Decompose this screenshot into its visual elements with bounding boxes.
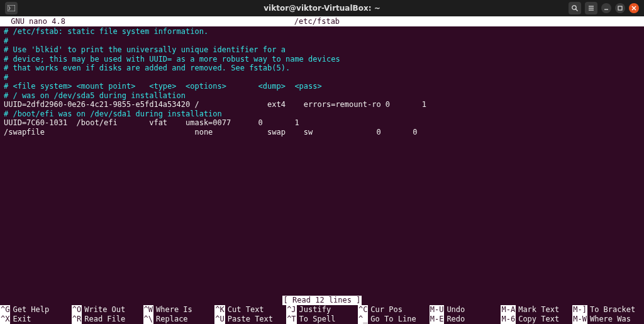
shortcut-label: To Bracket bbox=[587, 305, 635, 315]
svg-point-1 bbox=[572, 6, 576, 9]
window-title: viktor@viktor-VirtualBox: ~ bbox=[0, 0, 644, 16]
shortcut-cut-text: ^KCut Text bbox=[214, 305, 286, 315]
shortcut-write-out: ^OWrite Out bbox=[72, 305, 143, 315]
shortcut-key: ^J bbox=[286, 305, 296, 315]
editor-line[interactable]: # /boot/efi was on /dev/sda1 during inst… bbox=[4, 109, 640, 119]
editor-line[interactable]: # Use 'blkid' to print the universally u… bbox=[4, 45, 640, 55]
shortcut-replace: ^\Replace bbox=[143, 315, 215, 324]
shortcut-key: M-E bbox=[430, 315, 445, 324]
shortcut-key: ^X bbox=[0, 315, 10, 324]
nano-editor-content[interactable]: # /etc/fstab: static file system informa… bbox=[0, 26, 644, 137]
editor-line[interactable]: /swapfile none swap sw 0 0 bbox=[4, 128, 640, 137]
shortcut-go-to-line: ^_Go To Line bbox=[358, 315, 430, 324]
shortcut-key: M-W bbox=[572, 315, 587, 324]
shortcut-key: ^W bbox=[143, 305, 153, 315]
editor-line[interactable]: # /etc/fstab: static file system informa… bbox=[4, 27, 640, 36]
shortcut-copy-text: M-6Copy Text bbox=[501, 315, 572, 324]
shortcut-label: Get Help bbox=[10, 305, 49, 315]
shortcut-key: ^C bbox=[358, 305, 368, 315]
shortcut-label: To Spell bbox=[297, 315, 336, 324]
shortcut-label: Undo bbox=[444, 305, 465, 315]
terminal-app-icon[interactable] bbox=[5, 2, 18, 14]
nano-title-bar: GNU nano 4.8 /etc/fstab bbox=[0, 16, 644, 26]
nano-status-text: [ Read 12 lines ] bbox=[282, 296, 362, 305]
shortcut-key: ^T bbox=[286, 315, 296, 324]
nano-filename: /etc/fstab bbox=[65, 16, 569, 26]
shortcut-key: ^K bbox=[214, 305, 225, 315]
shortcut-where-was: M-WWhere Was bbox=[572, 315, 644, 324]
shortcut-label: Copy Text bbox=[516, 315, 559, 324]
nano-status-line: [ Read 12 lines ] bbox=[0, 296, 644, 305]
search-icon[interactable] bbox=[569, 2, 581, 14]
shortcut-key: ^O bbox=[72, 305, 82, 315]
shortcut-cur-pos: ^CCur Pos bbox=[358, 305, 430, 315]
editor-line[interactable]: # bbox=[4, 36, 640, 46]
editor-line[interactable]: # / was on /dev/sda5 during installation bbox=[4, 91, 640, 101]
svg-rect-0 bbox=[8, 5, 15, 11]
shortcut-label: Replace bbox=[153, 315, 188, 324]
shortcut-to-bracket: M-]To Bracket bbox=[572, 305, 644, 315]
shortcut-label: Exit bbox=[10, 315, 31, 324]
shortcut-key: M-A bbox=[501, 305, 516, 315]
shortcut-label: Mark Text bbox=[516, 305, 559, 315]
editor-line[interactable]: # that works even if disks are added and… bbox=[4, 64, 640, 73]
terminal-viewport[interactable]: GNU nano 4.8 /etc/fstab # /etc/fstab: st… bbox=[0, 16, 644, 324]
shortcut-label: Redo bbox=[444, 315, 465, 324]
shortcut-undo: M-UUndo bbox=[430, 305, 501, 315]
shortcut-to-spell: ^TTo Spell bbox=[286, 315, 358, 324]
shortcut-key: ^_ bbox=[358, 315, 368, 324]
editor-line[interactable]: UUID=7C60-1031 /boot/efi vfat umask=0077… bbox=[4, 118, 640, 128]
shortcut-where-is: ^WWhere Is bbox=[143, 305, 215, 315]
svg-rect-7 bbox=[618, 6, 622, 10]
shortcut-label: Where Is bbox=[153, 305, 192, 315]
shortcut-label: Write Out bbox=[82, 305, 125, 315]
shortcut-label: Read File bbox=[82, 315, 125, 324]
shortcut-key: ^U bbox=[214, 315, 225, 324]
shortcut-mark-text: M-AMark Text bbox=[501, 305, 572, 315]
svg-line-2 bbox=[576, 9, 578, 11]
shortcut-label: Cut Text bbox=[225, 305, 264, 315]
shortcut-key: M-6 bbox=[501, 315, 516, 324]
window-titlebar: viktor@viktor-VirtualBox: ~ bbox=[0, 0, 644, 16]
editor-line[interactable]: # bbox=[4, 73, 640, 82]
shortcut-label: Where Was bbox=[587, 315, 631, 324]
shortcut-key: M-U bbox=[430, 305, 445, 315]
nano-shortcut-bar: ^GGet Help^OWrite Out^WWhere Is^KCut Tex… bbox=[0, 305, 644, 324]
minimize-button[interactable] bbox=[601, 3, 611, 13]
editor-line[interactable]: # device; this may be used with UUID= as… bbox=[4, 55, 640, 64]
shortcut-justify: ^JJustify bbox=[286, 305, 358, 315]
shortcut-paste-text: ^UPaste Text bbox=[214, 315, 286, 324]
shortcut-key: ^R bbox=[72, 315, 82, 324]
hamburger-menu-icon[interactable] bbox=[585, 2, 597, 14]
shortcut-redo: M-ERedo bbox=[430, 315, 501, 324]
editor-line[interactable]: # <file system> <mount point> <type> <op… bbox=[4, 82, 640, 91]
shortcut-get-help: ^GGet Help bbox=[0, 305, 72, 315]
nano-app-label: GNU nano 4.8 bbox=[0, 16, 65, 26]
shortcut-key: M-] bbox=[572, 305, 587, 315]
shortcut-label: Cur Pos bbox=[368, 305, 402, 315]
shortcut-key: ^G bbox=[0, 305, 10, 315]
shortcut-exit: ^XExit bbox=[0, 315, 72, 324]
shortcut-label: Justify bbox=[297, 305, 331, 315]
shortcut-key: ^\ bbox=[143, 315, 153, 324]
shortcut-read-file: ^RRead File bbox=[72, 315, 143, 324]
close-button[interactable] bbox=[629, 3, 639, 13]
shortcut-label: Paste Text bbox=[225, 315, 273, 324]
shortcut-label: Go To Line bbox=[368, 315, 416, 324]
editor-line[interactable]: UUID=2dfd2960-0e26-4c21-9855-e5fd14a5342… bbox=[4, 100, 640, 109]
maximize-button[interactable] bbox=[615, 3, 625, 13]
